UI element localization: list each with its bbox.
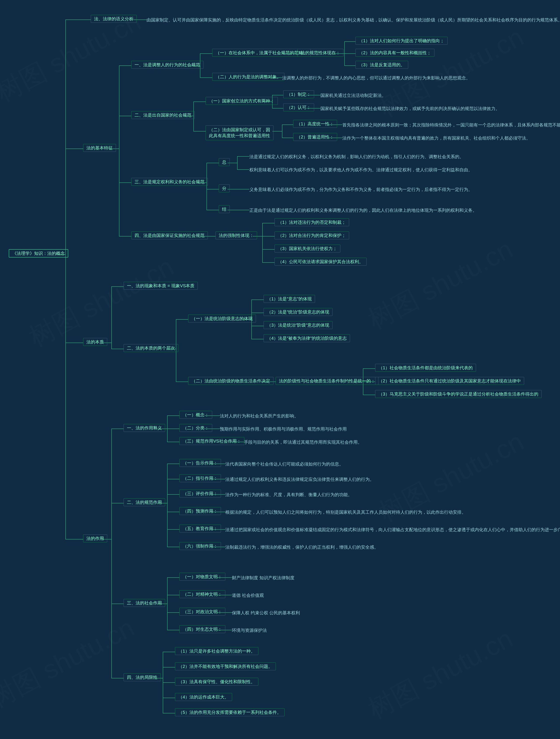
essence-2-2-1[interactable]: （1）社会物质生活条件都是由统治阶级来代表的 (375, 364, 476, 372)
feature-2-1-1d: 国家机关通过立法活动制定新法。 (320, 93, 386, 98)
feature-2-1-2[interactable]: （2）认可： (283, 104, 314, 111)
node-semantic[interactable]: 法、法律的语义分析 (91, 15, 137, 23)
func-1[interactable]: 一、法的作用释义 (124, 424, 165, 432)
func-3-3d: 保障人权 约束公权 公民的基本权利 (232, 610, 300, 616)
feature-3-zong[interactable]: 总 (219, 158, 230, 166)
func-2-2[interactable]: （二）指引作用： (179, 474, 221, 482)
feature-2-1-2d: 国家机关赋予某些既存的社会规范以法律效力，或赋予先前的判决所确认的规范以法律效力… (320, 106, 500, 111)
feature-3-zong1: 法是通过规定人们的权利义务，以权利义务为机制，影响人们的行为动机，指引人们的行为… (249, 154, 464, 159)
func-2-2d: 法通过规定人们的权利义务和违反法律规定应负法律责任来调整人们的行为。 (225, 476, 374, 482)
essence-2-1-4[interactable]: （4）法是"被奉为法律"的统治阶级的意志 (264, 334, 350, 342)
feature-1-2-detail: 法调整人的外部行为，不调整人的内心思想，但可以通过调整人的外部行为来影响人的思想… (282, 75, 470, 81)
func-3-1[interactable]: （一）对物质文明： (179, 573, 225, 581)
essence-2-2[interactable]: （二）法由统治阶级的物质生活条件决定 (188, 377, 273, 385)
func-2-1d: 法代表国家向整个社会传达人们可能或必须如何行为的信息。 (225, 461, 343, 467)
func-1-2d: 预期作用与实际作用、积极作用与消极作用、规范作用与社会作用 (220, 426, 347, 432)
feature-4-force[interactable]: 法的强制性体现： (216, 232, 257, 239)
func-2-3[interactable]: （三）评价作用： (179, 489, 221, 497)
feature-2-1-1[interactable]: （1）制定： (283, 90, 314, 98)
func-3-4[interactable]: （四）对生态文明： (179, 625, 225, 633)
feature-3-fen[interactable]: 分 (219, 184, 230, 192)
feature-2-2[interactable]: （二）法由国家制定或认可，因此具有高度统一性和普遍适用性 (205, 125, 273, 140)
func-2-3d: 法作为一种行为的标准、尺度，具有判断、衡量人们行为的功能。 (225, 492, 352, 497)
feature-2[interactable]: 二、法是出自国家的社会规范 (131, 111, 195, 119)
feature-3-jie[interactable]: 结 (219, 205, 230, 213)
func-2-5d: 法通过把国家或社会的价值观念和价值标准凝结成固定的行为模式和法律符号，向人们灌输… (225, 527, 560, 533)
func-1-3d: 手段与目的的关系，即法通过其规范作用而实现其社会作用。 (244, 439, 362, 445)
essence-2-1[interactable]: （一）法是统治阶级意志的体现 (188, 315, 256, 322)
feature-2-2-2d: 法作为一个整体在本国主权领域内具有普遍的效力，所有国家机关、社会组织和个人都必须… (342, 135, 531, 141)
func-2-6[interactable]: （六）强制作用： (179, 542, 221, 550)
func-3-3[interactable]: （三）对政治文明： (179, 608, 225, 616)
func-3-2d: 道德 社会价值观 (232, 592, 264, 598)
feature-3-jie1: 正是由于法是通过规定人们的权利和义务来调整人们的行为的，因此人们在法律上的地位体… (249, 207, 477, 213)
essence-1[interactable]: 一、法的现象和本质 = 现象VS本质 (124, 282, 198, 290)
func-1-3[interactable]: （三）规范作用VS社会作用： (179, 437, 244, 445)
feature-1[interactable]: 一、法是调整人的行为的社会规范 (131, 61, 203, 69)
feature-2-2-1[interactable]: （1）高度统一性： (293, 120, 337, 128)
feature-4[interactable]: 四、法是由国家保证实施的社会规范 (131, 232, 208, 239)
semantic-detail: 由国家制定、认可并由国家保障实施的，反映由特定物质生活条件决定的统治阶级（或人民… (147, 17, 560, 23)
func-4-2[interactable]: （2）法并不能有效地干预和解决所有社会问题。 (175, 662, 276, 670)
func-2[interactable]: 二、法的规范作用 (124, 498, 165, 506)
essence-2[interactable]: 二、法的本质的两个层次 (124, 344, 178, 352)
feature-1-1-n3[interactable]: （3）法是反复适用的。 (356, 61, 408, 69)
func-4[interactable]: 四、法的局限性 (124, 674, 161, 681)
func-3-2[interactable]: （二）对精神文明： (179, 590, 225, 598)
node-features[interactable]: 法的基本特征 (83, 144, 116, 152)
feature-1-1-norm[interactable]: 法的规范性体现在： (297, 49, 343, 57)
func-3-1d: 财产法律制度 知识产权法律制度 (232, 575, 294, 581)
func-2-6d: 法制裁违法行为，增强法的权威性，保护人们的正当权利，增强人们的安全感。 (225, 544, 379, 550)
feature-1-1-n1[interactable]: （1）法对人们如何行为提出了明确的指向； (356, 37, 447, 45)
func-2-1[interactable]: （一）告示作用： (179, 459, 221, 467)
feature-4-4[interactable]: （4）公民可依法请求国家保护其合法权利。 (275, 258, 367, 266)
watermark: 树图 shutu.cn (362, 621, 519, 727)
func-2-4d: 根据法的规定，人们可以预知人们之间将如何行为，特别是国家机关及其工作人员如何对待… (225, 509, 466, 515)
essence-2-2-3[interactable]: （3）马克思主义关于阶级和阶级斗争的学说正是通过分析社会物质生活条件得出的 (375, 390, 542, 398)
feature-1-2[interactable]: （二）人的行为是法的调整对象。 (212, 73, 284, 81)
essence-2-1-1[interactable]: （1）法是"意志"的体现 (264, 295, 315, 303)
node-function[interactable]: 法的作用 (83, 535, 107, 542)
feature-1-1-n2[interactable]: （2）法的内容具有一般性和概括性； (356, 49, 434, 57)
func-4-3[interactable]: （3）法具有保守性、僵化性和限制性。 (175, 678, 258, 686)
node-essence[interactable]: 法的本质 (83, 338, 107, 346)
feature-3[interactable]: 三、法是规定权利和义务的社会规范 (131, 178, 208, 186)
mindmap-canvas: 树图 shutu.cn 树图 shutu.cn 树图 shutu.cn 树图 s… (0, 0, 560, 739)
root-node[interactable]: 《法理学》知识：法的概念 (9, 249, 68, 258)
func-2-4[interactable]: （四）预测作用： (179, 507, 221, 515)
feature-4-1[interactable]: （1）法对违法行为的否定和制裁； (275, 218, 349, 226)
feature-1-1[interactable]: （一）在社会体系中，法属于社会规范的范畴。 (212, 49, 311, 57)
feature-2-1[interactable]: （一）国家创立法的方式有两种： (205, 97, 278, 105)
watermark: 树图 shutu.cn (0, 610, 141, 716)
func-4-4[interactable]: （4）法的运作成本巨大。 (175, 693, 232, 701)
func-1-2[interactable]: （二）分类： (179, 424, 212, 432)
watermark: 树图 shutu.cn (362, 232, 519, 338)
feature-3-zong2: 权利意味着人们可以作为或不作为，以及要求他人作为或不作为。法律通过规定权利，使人… (249, 167, 472, 173)
feature-3-fen1: 义务意味着人们必须作为或不作为，分为作为义务和不作为义务，前者指必须为一定行为，… (249, 187, 472, 192)
feature-4-3[interactable]: （3）国家机关依法行使权力； (275, 245, 340, 253)
feature-2-2-1d: 首先指各法律之间的根本原则一致；其次指除特殊情况外，一国只能有一个总的法律体系，… (342, 122, 560, 128)
func-3-4d: 环境与资源保护法 (232, 627, 267, 633)
feature-2-2-2[interactable]: （2）普遍适用性： (293, 133, 337, 141)
essence-2-2-mid[interactable]: 法的阶级性与社会物质生活条件制约性是统一的： (276, 377, 379, 385)
func-4-5[interactable]: （5）法的作用充分发挥需要依赖于一系列社会条件。 (175, 708, 285, 716)
func-4-1[interactable]: （1）法只是许多社会调整方法的一种。 (175, 647, 258, 655)
func-1-1[interactable]: （一）概念： (179, 411, 212, 419)
essence-2-1-3[interactable]: （3）法是统治"阶级"意志的体现 (264, 321, 332, 329)
essence-2-1-2[interactable]: （2）法是"统治"阶级意志的体现 (264, 308, 332, 316)
func-3[interactable]: 三、法的社会作用 (124, 599, 165, 607)
essence-2-2-2[interactable]: （2）社会物质生活条件只有通过统治阶级及其国家意志才能体现在法律中 (375, 377, 524, 385)
func-2-5[interactable]: （五）教育作用： (179, 525, 221, 533)
func-1-1d: 法对人的行为和社会关系所产生的影响。 (220, 413, 299, 419)
feature-4-2[interactable]: （2）法对合法行为的肯定和保护； (275, 232, 349, 239)
